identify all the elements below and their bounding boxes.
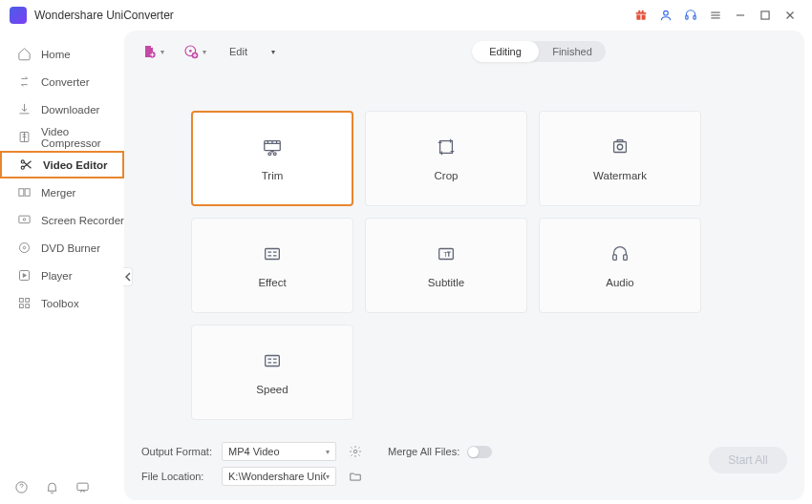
user-icon[interactable] [653,3,678,28]
sidebar-item-recorder[interactable]: Screen Recorder [0,206,124,234]
tab-editing[interactable]: Editing [472,41,539,62]
svg-rect-34 [266,249,280,260]
audio-icon [609,242,630,265]
card-trim[interactable]: Trim [191,111,353,206]
sidebar-item-label: Player [41,270,73,282]
svg-text:T: T [443,250,448,259]
watermark-icon [609,136,630,158]
sidebar-item-toolbox[interactable]: Toolbox [0,289,124,317]
compressor-icon [17,130,32,144]
grid-icon [17,296,32,310]
feedback-icon[interactable] [75,479,90,494]
add-dvd-button[interactable]: ▾ [183,44,206,59]
sidebar-item-compressor[interactable]: Video Compressor [0,123,124,151]
sidebar-item-label: Toolbox [41,298,79,309]
edit-select[interactable]: Edit ▾ [225,43,279,60]
open-folder-button[interactable] [346,467,365,486]
play-icon [17,268,32,283]
card-audio[interactable]: Audio [539,218,701,313]
sidebar-item-editor[interactable]: Video Editor [0,151,124,178]
crop-icon [436,136,457,158]
help-icon[interactable] [13,479,29,494]
sidebar-item-label: Video Compressor [41,126,124,149]
svg-rect-21 [26,299,30,303]
converter-icon [17,74,32,89]
card-label: Subtitle [428,277,464,288]
svg-rect-23 [26,304,30,308]
merger-icon [17,185,32,200]
home-icon [17,47,32,61]
output-format-value: MP4 Video [228,446,280,457]
sidebar-item-converter[interactable]: Converter [0,68,124,95]
file-location-select[interactable]: K:\Wondershare UniConverter ▾ [222,467,336,486]
card-label: Effect [258,277,286,288]
edit-select-label: Edit [229,46,247,57]
svg-rect-22 [20,304,24,308]
menu-icon[interactable] [703,3,728,28]
bell-icon[interactable] [44,479,59,494]
card-effect[interactable]: Effect [191,218,353,313]
sidebar-item-dvd[interactable]: DVD Burner [0,234,124,262]
svg-point-16 [23,219,26,221]
card-speed[interactable]: Speed [191,325,353,420]
content-panel: ▾ ▾ Edit ▾ Editing Finished Trim [124,31,804,500]
svg-rect-39 [266,356,280,367]
disc-icon [17,241,32,255]
maximize-icon[interactable] [753,3,778,28]
sidebar-item-label: Home [41,49,71,60]
card-label: Crop [435,170,459,181]
add-file-button[interactable]: ▾ [141,44,164,59]
svg-point-18 [23,246,26,249]
sidebar-item-downloader[interactable]: Downloader [0,95,124,123]
card-subtitle[interactable]: T Subtitle [365,218,527,313]
svg-rect-1 [686,16,688,19]
card-label: Trim [262,170,284,181]
svg-point-33 [617,144,623,150]
svg-rect-38 [624,255,628,261]
svg-rect-7 [761,11,769,19]
card-label: Watermark [593,170,647,181]
sidebar-item-player[interactable]: Player [0,262,124,289]
card-crop[interactable]: Crop [365,111,527,206]
start-all-button[interactable]: Start All [709,447,787,473]
svg-rect-20 [20,299,24,303]
headset-icon[interactable] [678,3,703,28]
effect-icon [262,242,283,265]
svg-rect-31 [440,141,453,154]
svg-rect-37 [613,255,617,261]
svg-point-26 [189,50,192,52]
svg-point-0 [664,10,669,15]
svg-rect-14 [25,189,30,197]
sidebar-item-home[interactable]: Home [0,40,124,68]
minimize-icon[interactable] [728,3,753,28]
recorder-icon [17,213,32,227]
sidebar-item-label: Merger [41,187,75,199]
close-icon[interactable] [778,3,802,28]
titlebar: Wondershare UniConverter [0,0,812,31]
sidebar-item-label: Downloader [41,104,99,116]
start-all-label: Start All [728,453,767,467]
svg-rect-2 [694,16,695,19]
download-icon [17,102,32,116]
gift-icon[interactable] [629,3,653,28]
card-label: Audio [606,277,633,288]
editing-finished-tabs: Editing Finished [472,41,606,62]
svg-rect-13 [19,189,24,197]
subtitle-icon: T [436,242,457,265]
app-title: Wondershare UniConverter [34,9,174,22]
card-label: Speed [256,384,288,395]
merge-toggle[interactable] [467,446,492,458]
svg-rect-42 [76,483,87,491]
svg-point-40 [353,450,357,453]
output-format-select[interactable]: MP4 Video ▾ [222,442,336,461]
output-settings-button[interactable] [346,442,365,461]
sidebar-item-label: Converter [41,76,90,88]
card-watermark[interactable]: Watermark [539,111,701,206]
collapse-sidebar-button[interactable] [123,267,133,286]
tab-finished[interactable]: Finished [539,41,606,62]
speed-icon [262,349,283,372]
sidebar-item-merger[interactable]: Merger [0,178,124,206]
sidebar-item-label: DVD Burner [41,242,100,254]
app-logo [10,7,27,24]
svg-rect-15 [19,216,30,223]
